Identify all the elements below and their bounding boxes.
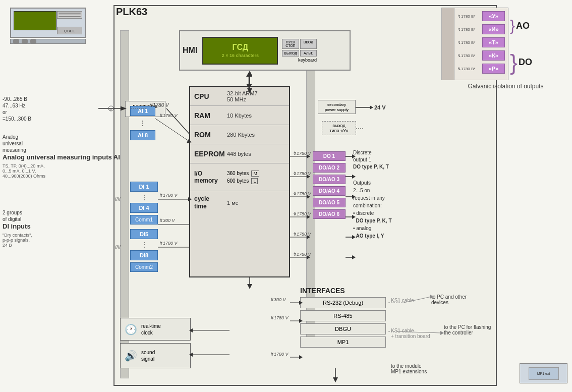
outputs-note: Outputs2...5 onrequest in anycombination… [353,180,385,208]
device-image: QBEE [10,8,88,43]
ao-label: AO [516,21,530,31]
hmi-label: HMI [183,46,197,55]
ai-annotation: Analoguniversalmeasuring Analog universa… [3,134,120,179]
ai1-box: AI 1 [130,106,155,116]
ai8-box: AI 8 [130,130,155,140]
mp1-dest-label: to the moduleMP1 extensions [391,363,427,374]
io-l-badge: L [251,178,258,184]
di8-box: DI8 [130,250,158,260]
keyboard-block: ПУСКСТОП ВВОД ВЫХОД АЛЬТ. keyboard [282,39,317,63]
galvanic-row-3: ↯1780 В* «Т» [457,37,505,47]
lcd-subtitle: 2 × 16 characters [222,53,259,58]
ai-section: AI 1 ⋮ AI 8 [130,106,155,140]
di5-box-wrap: DI5 [130,229,158,239]
di-inputs-label: DI inputs [3,222,31,230]
rom-label: ROM [194,131,227,139]
clock-label: real-timeclock [141,323,161,336]
outputs-annotation: Outputs2...5 onrequest in anycombination… [353,179,392,240]
cpu-label: CPU [194,92,227,100]
analog-note: • analog AO type I, Y [353,226,384,239]
do-label-right: DO [519,57,532,68]
secondary-label: secondarypower supply [325,102,349,112]
clock-box: 🕐 real-timeclock [120,318,191,341]
galvanic-volt-5: ↯1780 В* [457,67,480,71]
inputs-ai-label: Analog universal measuring inputs AI [3,153,120,161]
keyboard-label: keyboard [282,58,317,63]
lcd-display: ГСД 2 × 16 characters [202,37,278,65]
io-values: 360 bytes M 600 bytes L [227,171,259,184]
doao6-box: DO/AO 6 [313,209,346,219]
io-m-badge: M [251,171,259,177]
lcd-text: ГСД [233,43,249,52]
di1-box: DI 1 [130,182,158,192]
vyhod-box: выходтипа «У» [322,121,356,135]
kbd-btn-alt[interactable]: АЛЬТ. [300,50,317,57]
interfaces-title: INTERFACES [300,287,386,295]
comm1-box: Comm1 [130,215,158,225]
dbgu-dest-text: to the PC for flashingthe controller [444,324,491,335]
galvanic-row-1: ↯1780 В* «У» [457,11,505,21]
cycle-row: cycletime 1 мс [190,191,289,214]
ks1-cable-label: KS1 cable [391,298,414,303]
galvanic-volt-4: ↯1780 В* [457,53,480,58]
io-label: I/Omemory [194,170,227,184]
galvanic-chip-p: «Р» [482,64,505,74]
galvanic-content: ↯1780 В* «У» ↯1780 В* «И» ↯1780 В* «Т» ↯… [441,8,570,80]
galvanic-volt-3: ↯1780 В* [457,40,480,45]
discrete-output-annotation: Discreteoutput 1DO type P, K, T [353,149,389,171]
dbgu-dest-label: to the PC for flashingthe controller [444,324,491,335]
di5-box: DI5 [130,229,158,239]
secondary-power-box: secondarypower supply [318,100,356,114]
io-memory-row: I/Omemory 360 bytes M 600 bytes L [190,163,289,191]
galvanic-chips-area: ↯1780 В* «У» ↯1780 В* «И» ↯1780 В* «Т» ↯… [454,8,508,80]
rs485-box: RS-485 [300,310,386,321]
ks1-label-text: KS1 cable [391,298,414,303]
eeprom-value: 448 bytes [227,151,251,157]
rs232-dest-text: to PC and otherdevices [431,294,467,305]
doao4-box: DO/AO 4 [313,186,346,196]
kbd-btn-pusk[interactable]: ПУСКСТОП [282,39,299,49]
rom-value: 280 Kbytes [227,132,255,138]
doao3-box: DO/AO 3 [313,175,346,184]
cpu-row: CPU 32-bit ARM750 MHz [190,87,289,106]
galvanic-row-4: ↯1780 В* «К» [457,50,505,61]
voltage-range: -90...265 В 47...63 Hz or =150...300 В [3,96,31,122]
galvanic-row-2: ↯1780 В* «И» [457,24,505,34]
keyboard-buttons: ПУСКСТОП ВВОД ВЫХОД АЛЬТ. [282,39,317,57]
plk-title: PLK63 [116,6,147,18]
mp1-dest-text: to the moduleMP1 extensions [391,363,427,374]
rs232-dest-label: to PC and otherdevices [431,294,467,305]
galvanic-volt-1: ↯1780 В* [457,14,480,19]
sound-icon: 🔊 [125,350,137,362]
galvanic-title: Galvanic isolation of outputs [441,83,570,90]
io-m-value: 360 bytes [227,171,249,176]
svg-text:ø: ø [109,107,112,111]
interfaces-section: INTERFACES RS-232 (Debug) RS-485 DBGU MP… [300,287,386,350]
discrete-note: • discrete DO type P, K, T [353,210,392,223]
hmi-section: HMI ГСД 2 × 16 characters ПУСКСТОП ВВОД … [179,30,351,71]
galvanic-chip-k: «К» [482,50,505,61]
ai-dots: ⋮ [130,119,155,127]
do1-box: DO 1 [313,151,346,161]
doao2-box: DO/AO 2 [313,163,346,173]
sound-label: soundsignal [141,349,155,362]
kbd-btn-vyhod[interactable]: ВЫХОД [282,50,299,57]
kbd-btn-vvod[interactable]: ВВОД [300,39,317,49]
mp1-device-image: MP1 ext [520,363,567,383]
vyhod-label: выходтипа «У» [330,123,349,133]
cpu-block: CPU 32-bit ARM750 MHz RAM 10 Kbytes ROM … [189,86,290,277]
di-section: DI 1 ⋮ DI 4 Comm1 DI5 ⋮ DI8 Comm2 [130,182,158,272]
galvanic-chip-u: «У» [482,11,505,21]
mp1-box: MP1 [300,337,386,348]
galvanic-chip-i: «И» [482,24,505,34]
di4-box: DI 4 [130,203,158,213]
analog-title: Analoguniversalmeasuring [3,134,26,153]
discrete-output-title: Discreteoutput 1DO type P, K, T [353,150,389,170]
galvanic-row-5: ↯1780 В* «Р» [457,64,505,74]
cycle-label: cycletime [194,195,227,210]
ram-label: RAM [194,111,227,120]
di-annotation: 2 groupsof digital DI inputs "Dry contac… [3,209,32,248]
ai-subtitle: TS, TP, 0(4)...20 mA,0...5 mA, 0...1 V,4… [3,163,120,179]
galvanic-braces: } AO } DO [508,8,532,80]
eeprom-label: EEPROM [194,150,227,158]
